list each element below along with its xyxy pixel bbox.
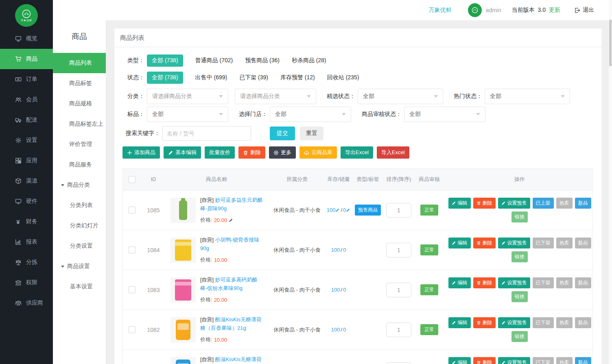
keyword-input[interactable] bbox=[162, 126, 251, 141]
sort-input[interactable] bbox=[386, 283, 411, 297]
stock-value[interactable]: 100 bbox=[331, 247, 340, 253]
sidebar-item-channels[interactable]: 渠道 bbox=[0, 171, 53, 191]
submenu-item-category-slides[interactable]: 分类幻灯片 bbox=[53, 216, 106, 236]
sort-input[interactable] bbox=[386, 323, 411, 337]
scrollbar[interactable] bbox=[609, 0, 612, 364]
edit-button[interactable]: 编辑 bbox=[448, 317, 471, 328]
delete-button[interactable]: 删除 bbox=[238, 146, 265, 159]
stock-value[interactable]: 100 bbox=[331, 327, 340, 333]
row-checkbox[interactable] bbox=[129, 246, 136, 253]
featured-select[interactable]: 全部 bbox=[358, 89, 443, 104]
set-presale-button[interactable]: 设置预售 bbox=[498, 198, 530, 209]
row-checkbox[interactable] bbox=[129, 326, 136, 333]
sidebar-item-hardware[interactable]: 硬件 bbox=[0, 191, 53, 211]
submenu-item-product-services[interactable]: 商品服务 bbox=[53, 155, 106, 175]
sales-value[interactable]: 0 bbox=[343, 247, 346, 253]
row-checkbox[interactable] bbox=[129, 286, 136, 293]
sidebar-item-apps[interactable]: 应用 bbox=[0, 150, 53, 171]
submenu-item-product-tag-topleft[interactable]: 商品标签左上 bbox=[53, 114, 106, 134]
sidebar-item-orders[interactable]: 订单 bbox=[0, 69, 53, 89]
audit-select[interactable]: 全部 bbox=[404, 107, 485, 122]
type-filter-option-0[interactable]: 全部 (738) bbox=[147, 54, 183, 67]
sort-input[interactable] bbox=[386, 243, 411, 257]
submenu-item-category-list[interactable]: 分类列表 bbox=[53, 195, 106, 216]
status-filter-option-0[interactable]: 全部 (738) bbox=[147, 72, 183, 84]
status-filter-option-4[interactable]: 回收站 (235) bbox=[327, 74, 359, 81]
sales-value[interactable]: 0 bbox=[343, 207, 346, 213]
link-button[interactable]: 链接 bbox=[511, 211, 528, 222]
link-button[interactable]: 链接 bbox=[511, 331, 528, 342]
reset-button[interactable]: 重置 bbox=[300, 126, 323, 140]
submit-button[interactable]: 提交 bbox=[270, 126, 295, 140]
delete-button[interactable]: 删除 bbox=[473, 357, 496, 364]
stock-edit-icon[interactable] bbox=[335, 208, 340, 212]
submenu-item-product-settings[interactable]: 商品设置 bbox=[53, 256, 106, 277]
delete-button[interactable]: 删除 bbox=[473, 238, 496, 248]
store-select[interactable]: 全部 bbox=[270, 107, 351, 122]
export-excel-button[interactable]: 导出Excel bbox=[341, 146, 373, 159]
avatar[interactable] bbox=[468, 3, 482, 17]
hot-select[interactable]: 全部 bbox=[485, 89, 570, 104]
price-edit-icon[interactable] bbox=[229, 218, 233, 222]
delete-button[interactable]: 删除 bbox=[473, 317, 496, 328]
import-excel-button[interactable]: 导入Excel bbox=[377, 146, 409, 159]
status-filter-option-1[interactable]: 出售中 (699) bbox=[195, 74, 227, 81]
new-product-toggle[interactable]: 新品 bbox=[575, 277, 591, 288]
hot-sale-toggle[interactable]: 热卖 bbox=[556, 277, 573, 288]
stock-value[interactable]: 100 bbox=[327, 207, 336, 213]
set-presale-button[interactable]: 设置预售 bbox=[498, 357, 530, 364]
off-shelf-toggle[interactable]: 已下架 bbox=[533, 238, 554, 248]
set-presale-button[interactable]: 设置预售 bbox=[498, 277, 530, 288]
cloud-library-button[interactable]: 云商品库 bbox=[299, 146, 337, 159]
off-shelf-toggle[interactable]: 已下架 bbox=[533, 277, 554, 288]
link-button[interactable]: 链接 bbox=[511, 291, 528, 302]
sort-input[interactable] bbox=[386, 203, 411, 218]
sidebar-item-reports[interactable]: 报表 bbox=[0, 232, 53, 252]
edit-button[interactable]: 编辑 bbox=[448, 277, 471, 288]
basic-edit-button[interactable]: 基本编辑 bbox=[164, 146, 201, 159]
submenu-item-product-categories[interactable]: 商品分类 bbox=[53, 175, 106, 195]
sidebar-item-settings[interactable]: 设置 bbox=[0, 130, 53, 150]
sales-value[interactable]: 0 bbox=[343, 287, 346, 293]
set-presale-button[interactable]: 设置预售 bbox=[498, 238, 530, 248]
new-product-toggle[interactable]: 新品 bbox=[575, 198, 591, 209]
status-filter-option-3[interactable]: 库存预警 (12) bbox=[280, 74, 315, 81]
on-shelf-toggle[interactable]: 已上架 bbox=[533, 198, 554, 209]
submenu-item-review-management[interactable]: 评价管理 bbox=[53, 134, 106, 155]
username[interactable]: admin bbox=[486, 7, 501, 13]
sidebar-item-delivery[interactable]: 配送 bbox=[0, 110, 53, 130]
batch-price-button[interactable]: 批量改价 bbox=[205, 146, 235, 159]
stock-value[interactable]: 100 bbox=[331, 287, 340, 293]
sidebar-item-sorting[interactable]: 分拣 bbox=[0, 252, 53, 272]
off-shelf-toggle[interactable]: 已下架 bbox=[533, 357, 554, 364]
sales-value[interactable]: 0 bbox=[343, 327, 346, 333]
hot-sale-toggle[interactable]: 热卖 bbox=[556, 317, 573, 328]
hot-sale-toggle[interactable]: 热卖 bbox=[556, 198, 573, 209]
sidebar-item-permissions[interactable]: 权限 bbox=[0, 272, 53, 293]
logout-button[interactable]: 退出 bbox=[574, 7, 594, 14]
submenu-item-product-list[interactable]: 商品列表 bbox=[53, 53, 106, 73]
set-presale-button[interactable]: 设置预售 bbox=[498, 317, 530, 328]
edit-button[interactable]: 编辑 bbox=[448, 238, 471, 248]
store-link[interactable]: 万象优鲜 bbox=[429, 7, 452, 14]
sidebar-item-products[interactable]: 商品 bbox=[0, 49, 53, 69]
type-filter-option-1[interactable]: 普通商品 (702) bbox=[195, 57, 233, 64]
new-product-toggle[interactable]: 新品 bbox=[575, 238, 591, 248]
sidebar-item-suppliers[interactable]: 供应商 bbox=[0, 293, 53, 313]
category-select-1[interactable]: 请选择商品分类 bbox=[147, 89, 228, 104]
off-shelf-toggle[interactable]: 已下架 bbox=[533, 317, 554, 328]
hot-sale-toggle[interactable]: 热卖 bbox=[556, 357, 573, 364]
submenu-item-product-tags[interactable]: 商品标签 bbox=[53, 73, 106, 94]
type-filter-option-3[interactable]: 秒杀商品 (28) bbox=[292, 57, 326, 64]
submenu-item-product-specs[interactable]: 商品规格 bbox=[53, 94, 106, 114]
scrollbar-thumb[interactable] bbox=[609, 20, 612, 66]
sidebar-item-finance[interactable]: ¥财务 bbox=[0, 211, 53, 232]
new-product-toggle[interactable]: 新品 bbox=[575, 317, 591, 328]
link-button[interactable]: 链接 bbox=[511, 251, 528, 262]
update-link[interactable]: 更新 bbox=[549, 7, 560, 14]
sort-input[interactable] bbox=[386, 362, 411, 364]
category-select-2[interactable]: 请选择商品分类 bbox=[235, 89, 316, 104]
more-button[interactable]: 更多 bbox=[269, 146, 296, 159]
delete-button[interactable]: 删除 bbox=[473, 198, 496, 209]
new-product-toggle[interactable]: 新品 bbox=[575, 357, 591, 364]
